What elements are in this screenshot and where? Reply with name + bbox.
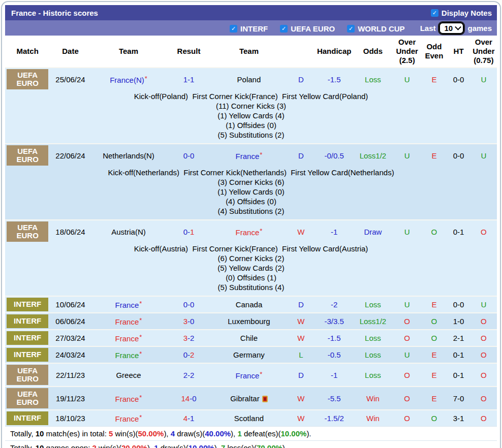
result-segment: 2 bbox=[190, 350, 194, 359]
away-team: Canada bbox=[211, 296, 287, 313]
competition-badge: UEFA EURO bbox=[7, 69, 48, 89]
away-team-name: France bbox=[236, 228, 260, 237]
odd-even-text: O bbox=[431, 228, 437, 236]
match-competition: UEFA EURO bbox=[5, 220, 50, 243]
filter-label: INTERF bbox=[240, 24, 268, 33]
half-time-score: 0-0 bbox=[447, 144, 470, 167]
handicap-value: -0/0.5 bbox=[315, 144, 353, 167]
date-text: 22/06/24 bbox=[55, 151, 85, 160]
match-notes-row: Kick-off(Austria) First Corner Kick(Fran… bbox=[5, 243, 497, 296]
summary-segment: 10.00% bbox=[189, 443, 214, 448]
column-header-5 bbox=[287, 36, 315, 68]
competition-label: UEFA EURO bbox=[11, 223, 44, 240]
filter-interf[interactable]: INTERF bbox=[230, 24, 268, 33]
result-letter-text: D bbox=[298, 151, 304, 160]
summary-segment: win(s)( bbox=[113, 429, 138, 438]
result-letter: W bbox=[287, 387, 315, 410]
note-line: (5) Yellow Cards (2) bbox=[5, 263, 497, 273]
filter-uefa-euro[interactable]: UEFA EURO bbox=[280, 24, 335, 33]
home-team-name: France bbox=[115, 334, 139, 343]
last-label: Last bbox=[420, 24, 436, 33]
home-team-name: France bbox=[115, 317, 139, 326]
summary-segment: 4 bbox=[171, 429, 175, 438]
over-under-0-75: O bbox=[470, 313, 497, 330]
odd-even-text: O bbox=[431, 414, 437, 423]
odd-even: O bbox=[421, 410, 447, 426]
home-team-name: Netherlands(N) bbox=[103, 151, 154, 160]
match-date: 25/06/24 bbox=[50, 68, 90, 90]
star-marker: * bbox=[145, 75, 147, 82]
home-team: France(N)* bbox=[91, 68, 167, 90]
over-under-0-75-text: U bbox=[481, 75, 486, 84]
away-team-name: Luxembourg bbox=[228, 317, 270, 326]
away-team: Gibraltar bbox=[211, 387, 287, 410]
odd-even-text: O bbox=[431, 334, 437, 342]
over-under-0-75-text: O bbox=[481, 414, 487, 423]
match-result: 3-0 bbox=[166, 313, 211, 330]
odds-result: Loss1/2 bbox=[353, 144, 393, 167]
handicap-value: -3/3.5 bbox=[315, 313, 353, 330]
home-team-name: France bbox=[115, 414, 139, 423]
checkbox-icon[interactable] bbox=[230, 25, 237, 33]
competition-label: UEFA EURO bbox=[11, 367, 44, 383]
summary-segment: 50.00% bbox=[138, 429, 164, 438]
over-under-2-5-text: U bbox=[404, 75, 410, 84]
match-competition: INTERF bbox=[5, 410, 50, 426]
checkbox-icon[interactable] bbox=[280, 25, 288, 33]
over-under-2-5: O bbox=[393, 410, 421, 426]
odds-result-text: Loss bbox=[365, 350, 381, 359]
summary-total-line: Totally, 10 match(es) in total: 5 win(s)… bbox=[5, 426, 497, 440]
star-marker: * bbox=[139, 394, 142, 401]
result-segment: 4 bbox=[183, 414, 187, 423]
date-text: 25/06/24 bbox=[55, 75, 85, 84]
note-line: (11) Corner Kicks (3) bbox=[5, 101, 497, 111]
note-line: (1) Offsides (0) bbox=[5, 120, 497, 130]
home-team: Netherlands(N) bbox=[91, 144, 167, 167]
odd-even: E bbox=[421, 346, 447, 363]
historic-scores-widget: France - Historic scores Display Notes I… bbox=[1, 1, 501, 448]
summary-segment: ). bbox=[283, 443, 287, 448]
filter-bar: INTERFUEFA EUROWORLD CUP Last 10 games bbox=[5, 20, 497, 36]
over-under-0-75: U bbox=[470, 296, 497, 313]
handicap-value: -1 bbox=[315, 220, 353, 243]
away-team-name: Gibraltar bbox=[230, 394, 260, 403]
summary-segment: 2 bbox=[92, 443, 97, 448]
handicap-value-text: -1.5 bbox=[328, 75, 341, 84]
odds-result-text: Win bbox=[366, 394, 380, 403]
column-header-4: Team bbox=[211, 36, 287, 68]
last-games-group: Last 10 games bbox=[420, 22, 492, 34]
summary-segment: draw(s)( bbox=[159, 443, 189, 448]
note-line: (3) Corner Kicks (6) bbox=[5, 177, 497, 187]
match-result: 0-1 bbox=[166, 220, 211, 243]
odd-even: E bbox=[421, 296, 447, 313]
over-under-0-75-text: O bbox=[481, 350, 487, 359]
home-team: France* bbox=[91, 387, 167, 410]
display-notes-toggle[interactable]: Display Notes bbox=[431, 9, 492, 17]
handicap-value-text: -0/0.5 bbox=[324, 151, 343, 160]
match-row: UEFA EURO25/06/24France(N)*1-1PolandD-1.… bbox=[5, 68, 497, 90]
competition-badge: INTERF bbox=[7, 298, 48, 311]
summary-segment: 1 bbox=[154, 443, 158, 448]
odds-result-text: Draw bbox=[364, 228, 382, 236]
odd-even: O bbox=[421, 313, 447, 330]
column-header-11: Over Under (0.75) bbox=[470, 36, 497, 68]
over-under-0-75-text: O bbox=[481, 371, 487, 379]
home-team-name: France(N) bbox=[110, 76, 144, 84]
last-games-select[interactable]: 10 bbox=[439, 22, 464, 34]
result-letter-text: D bbox=[298, 75, 304, 84]
handicap-value-text: -1 bbox=[331, 228, 337, 236]
match-row: INTERF06/06/24France*3-0LuxembourgW-3/3.… bbox=[5, 313, 497, 330]
result-segment: 1 bbox=[190, 228, 194, 236]
odds-result: Draw bbox=[353, 220, 393, 243]
match-competition: UEFA EURO bbox=[5, 144, 50, 167]
summary-segment: draw(s)( bbox=[175, 429, 205, 438]
display-notes-checkbox[interactable] bbox=[431, 9, 438, 17]
half-time-score: 0-1 bbox=[447, 363, 470, 387]
filter-label: UEFA EURO bbox=[291, 24, 335, 33]
away-team-name: Scotland bbox=[234, 414, 264, 423]
checkbox-icon[interactable] bbox=[347, 25, 355, 33]
odds-result-text: Loss bbox=[365, 371, 381, 379]
match-row: UEFA EURO22/11/23Greece2-2France*D-1Loss… bbox=[5, 363, 497, 387]
filter-world-cup[interactable]: WORLD CUP bbox=[347, 24, 405, 33]
result-segment: 14 bbox=[181, 394, 190, 403]
